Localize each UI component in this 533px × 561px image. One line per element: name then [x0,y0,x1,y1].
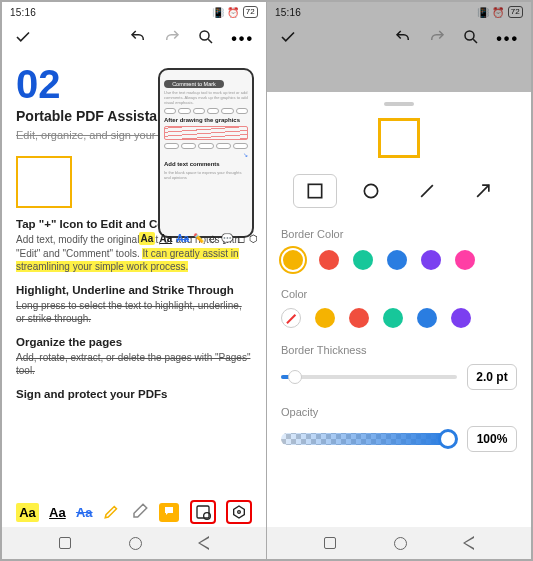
style-bottom-sheet: Border Color Color Border Thickness 2.0 … [267,92,531,527]
shape-line[interactable] [405,174,449,208]
nav-back[interactable] [464,537,474,549]
redo-button[interactable] [163,28,181,50]
nav-home[interactable] [129,537,142,550]
shape-hexagon-tool[interactable] [226,500,252,524]
paragraph-3: Add, rotate, extract, or delete the page… [16,351,252,378]
search-button[interactable] [462,28,480,50]
vibrate-icon: 📳 [212,7,224,18]
mock-sec2: Add text comments [164,161,248,167]
border-color-swatch[interactable] [319,250,339,270]
more-button[interactable]: ••• [231,30,254,48]
clock: 15:16 [275,7,301,18]
opacity-slider[interactable] [281,433,457,445]
border-color-swatch[interactable] [387,250,407,270]
shape-circle-tool[interactable] [190,500,216,524]
border-color-row [281,246,517,274]
border-color-swatch[interactable] [353,250,373,270]
undo-button[interactable] [129,28,147,50]
confirm-button[interactable] [14,28,32,50]
thickness-value[interactable]: 2.0 pt [467,364,517,390]
paragraph-2: Long press to select the text to highlig… [16,299,252,326]
fill-color-swatch[interactable] [349,308,369,328]
nav-bar [267,527,531,559]
more-button[interactable]: ••• [496,30,519,48]
rectangle-annotation[interactable] [16,156,72,208]
shape-arrow[interactable] [461,174,505,208]
svg-rect-1 [197,506,209,518]
mock-sec1: After drawing the graphics [164,117,248,123]
clock: 15:16 [10,7,36,18]
highlight-tool[interactable]: Aa [16,503,39,522]
border-color-label: Border Color [281,228,517,240]
fill-color-swatch[interactable] [383,308,403,328]
opacity-value[interactable]: 100% [467,426,517,452]
shape-type-row [281,174,517,208]
svg-point-4 [465,31,474,40]
thickness-label: Border Thickness [281,344,517,356]
mock-pill: Comment to Mark [164,80,224,88]
status-bar: 15:16 📳 ⏰ 72 [2,2,266,22]
fill-color-swatch[interactable] [451,308,471,328]
svg-rect-5 [308,184,321,197]
alarm-icon: ⏰ [492,7,504,18]
eraser-tool[interactable] [131,502,149,523]
heading-2: Highlight, Underline and Strike Through [16,284,252,296]
sheet-handle[interactable] [384,102,414,106]
document-page[interactable]: 02 Portable PDF Assistant Edit, organize… [2,56,266,497]
vibrate-icon: 📳 [477,7,489,18]
note-tool[interactable] [159,503,179,522]
fill-color-swatch[interactable] [417,308,437,328]
shape-circle[interactable] [349,174,393,208]
thickness-slider[interactable] [281,375,457,379]
annotation-toolbar: Aa Aa Aa [2,497,266,527]
border-color-swatch[interactable] [455,250,475,270]
phone-mock: Comment to Mark Use the text markup tool… [158,68,254,238]
redo-button[interactable] [428,28,446,50]
svg-point-6 [364,184,377,197]
confirm-button[interactable] [279,28,297,50]
fill-color-row [281,306,517,330]
svg-point-3 [237,511,240,514]
shape-preview [378,118,420,158]
fill-color-swatch[interactable] [281,308,301,328]
svg-point-0 [200,31,209,40]
top-toolbar: ••• [2,22,266,56]
nav-bar [2,527,266,559]
pen-tool[interactable] [103,502,121,523]
border-color-swatch[interactable] [421,250,441,270]
search-button[interactable] [197,28,215,50]
border-color-swatch[interactable] [281,248,305,272]
mock-toolbar: AaAaAa ✏️◇💬◻⬡ [139,232,258,245]
opacity-label: Opacity [281,406,517,418]
alarm-icon: ⏰ [227,7,239,18]
status-bar: 15:16 📳 ⏰ 72 [267,2,531,22]
fill-color-swatch[interactable] [315,308,335,328]
strikethrough-tool[interactable]: Aa [76,505,93,520]
heading-3: Organize the pages [16,336,252,348]
fill-color-label: Color [281,288,517,300]
phone-document: 15:16 📳 ⏰ 72 ••• 02 Portable PDF Assista… [2,2,266,559]
battery-icon: 72 [508,6,523,18]
phone-style-sheet: 15:16 📳 ⏰ 72 ••• Borde [266,2,531,559]
undo-button[interactable] [394,28,412,50]
shape-rectangle[interactable] [293,174,337,208]
battery-icon: 72 [243,6,258,18]
heading-4: Sign and protect your PDFs [16,388,252,400]
nav-recents[interactable] [324,537,336,549]
top-toolbar: ••• [267,22,531,56]
nav-recents[interactable] [59,537,71,549]
nav-home[interactable] [394,537,407,550]
nav-back[interactable] [199,537,209,549]
underline-tool[interactable]: Aa [49,505,66,520]
